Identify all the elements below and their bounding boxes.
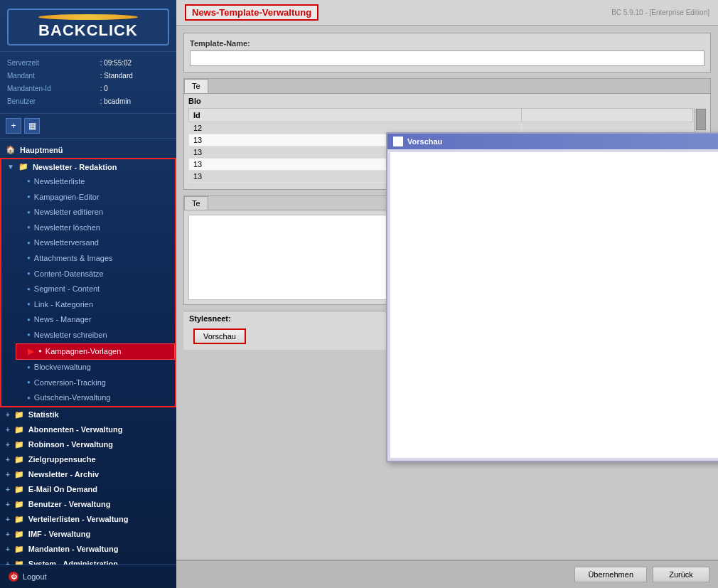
newsletter-section: ▼ 📁 Newsletter - Redaktion ● Newsletterl… <box>0 158 176 407</box>
nav-news-manager[interactable]: ● News - Manager <box>16 312 175 328</box>
nav-newsletterversand[interactable]: ● Newsletterversand <box>16 235 175 251</box>
bullet-icon: ● <box>27 316 31 325</box>
expand-icon: + <box>6 501 10 508</box>
expand-icon: + <box>6 515 10 523</box>
block-tab[interactable]: Te <box>184 79 208 93</box>
nav-segment-content[interactable]: ● Segment - Content <box>16 282 175 297</box>
nav-conversion-tracking[interactable]: ● Conversion-Tracking <box>16 375 175 391</box>
grid-icon-btn[interactable]: ▦ <box>24 118 40 134</box>
home-icon: 🏠 <box>6 145 16 154</box>
expand-icon: ▼ <box>7 163 14 171</box>
mandanten-id-label: Mandanten-Id <box>7 83 96 95</box>
bullet-icon: ● <box>27 193 31 202</box>
serverzeit-label: Serverzeit <box>7 58 96 69</box>
hauptmenu-item[interactable]: 🏠 Hauptmenü <box>0 141 176 158</box>
bullet-icon: ● <box>27 239 31 248</box>
nav-blockverwaltung[interactable]: ● Blockverwaltung <box>16 360 175 375</box>
template-name-section: Template-Name: <box>183 33 711 73</box>
expand-icon: + <box>6 486 10 493</box>
content-area: Template-Name: Te Blo Id <box>176 26 718 560</box>
logout-area: ⏻ Logout <box>0 565 176 588</box>
bullet-icon: ● <box>27 177 31 186</box>
folder-icon: 📁 <box>14 485 24 494</box>
expand-icon: + <box>6 530 10 538</box>
bullet-icon: ● <box>27 223 31 232</box>
logo-area: BACKCLICK <box>0 0 176 52</box>
newsletter-subnav: ● Newsletterliste ● Kampagnen-Editor ● N… <box>1 174 175 406</box>
bullet-icon: ● <box>27 269 31 279</box>
statistik-section[interactable]: + 📁 Statistik <box>0 407 176 422</box>
system-section[interactable]: + 📁 System - Administration <box>0 557 176 565</box>
expand-icon: + <box>6 545 10 553</box>
preview-modal: 🖼 Vorschau □ ✕ <box>386 132 718 462</box>
nav-kampagnen-editor[interactable]: ● Kampagnen-Editor <box>16 190 175 205</box>
template-tab[interactable]: Te <box>184 196 208 210</box>
nav-newsletter-editieren[interactable]: ● Newsletter editieren <box>16 205 175 220</box>
bullet-icon: ● <box>27 208 31 218</box>
nav-area: 🏠 Hauptmenü ▼ 📁 Newsletter - Redaktion ●… <box>0 139 176 565</box>
bullet-icon: ● <box>27 363 31 373</box>
page-title-box: News-Template-Verwaltung <box>185 4 318 21</box>
bullet-icon: ● <box>27 285 31 294</box>
bullet-icon: ● <box>27 394 31 403</box>
nav-link-kategorien[interactable]: ● Link - Kategorien <box>16 297 175 313</box>
nav-newsletterliste[interactable]: ● Newsletterliste <box>16 174 175 190</box>
newsletter-section-label: Newsletter - Redaktion <box>33 163 117 171</box>
robinson-section[interactable]: + 📁 Robinson - Verwaltung <box>0 437 176 452</box>
expand-icon: + <box>6 471 10 479</box>
folder-icon: 📁 <box>14 455 24 464</box>
add-icon-btn[interactable]: + <box>6 118 21 134</box>
benutzer-label: Benutzer <box>7 96 96 107</box>
nav-gutschein[interactable]: ● Gutschein-Verwaltung <box>16 390 175 406</box>
modal-titlebar: 🖼 Vorschau □ ✕ <box>387 134 718 149</box>
bullet-icon: ● <box>27 254 31 263</box>
expand-icon: + <box>6 441 10 449</box>
bullet-icon: ● <box>27 300 31 309</box>
footer-bar: Übernehmen Zurück <box>176 560 718 588</box>
folder-icon: 📁 <box>14 560 24 565</box>
col-empty <box>522 109 693 122</box>
server-info: Serverzeit : 09:55:02 Mandant : Standard… <box>0 52 176 114</box>
template-name-input[interactable] <box>190 50 704 66</box>
serverzeit-value: : 09:55:02 <box>97 58 169 69</box>
expand-icon: + <box>6 456 10 464</box>
vorschau-button[interactable]: Vorschau <box>193 328 246 344</box>
folder-icon: 📁 <box>14 500 24 509</box>
block-tab-bar: Te <box>184 79 710 94</box>
verteilerlisten-section[interactable]: + 📁 Verteilerlisten - Verwaltung <box>0 512 176 527</box>
folder-icon: 📁 <box>14 470 24 479</box>
benutzer-section[interactable]: + 📁 Benutzer - Verwaltung <box>0 497 176 512</box>
logo-box: BACKCLICK <box>7 9 169 46</box>
folder-icon: 📁 <box>14 425 24 434</box>
main-content: News-Template-Verwaltung BC 5.9.10 - [En… <box>176 0 718 588</box>
abonnenten-section[interactable]: + 📁 Abonnenten - Verwaltung <box>0 422 176 437</box>
modal-icon: 🖼 <box>393 137 403 146</box>
nav-kampagnen-vorlagen[interactable]: ▶ ● Kampagnen-Vorlagen <box>16 343 175 360</box>
logout-item[interactable]: ⏻ Logout <box>6 570 171 584</box>
col-id: Id <box>189 109 522 122</box>
nav-content-datensatze[interactable]: ● Content-Datensätze <box>16 267 175 282</box>
main-header: News-Template-Verwaltung BC 5.9.10 - [En… <box>176 0 718 26</box>
imf-section[interactable]: + 📁 IMF - Verwaltung <box>0 527 176 542</box>
logout-label: Logout <box>23 572 47 581</box>
folder-icon: 📁 <box>18 162 28 171</box>
folder-icon: 📁 <box>14 530 24 539</box>
toolbar-icons: + ▦ <box>0 114 176 139</box>
logo-text: BACKCLICK <box>38 21 138 40</box>
page-title: News-Template-Verwaltung <box>192 7 311 18</box>
zielgruppen-section[interactable]: + 📁 Zielgruppensuche <box>0 452 176 467</box>
modal-title: 🖼 Vorschau <box>393 137 442 146</box>
modal-body <box>390 152 718 458</box>
expand-icon: + <box>6 411 10 419</box>
email-demand-section[interactable]: + 📁 E-Mail On Demand <box>0 482 176 497</box>
folder-icon: 📁 <box>14 515 24 524</box>
nav-newsletter-loschen[interactable]: ● Newsletter löschen <box>16 220 175 236</box>
mandanten-section[interactable]: + 📁 Mandanten - Verwaltung <box>0 542 176 557</box>
ubernehmen-button[interactable]: Übernehmen <box>574 567 647 582</box>
archiv-section[interactable]: + 📁 Newsletter - Archiv <box>0 467 176 482</box>
nav-attachments[interactable]: ● Attachments & Images <box>16 251 175 267</box>
newsletter-section-header[interactable]: ▼ 📁 Newsletter - Redaktion <box>1 159 175 174</box>
zuruck-button[interactable]: Zurück <box>653 567 709 582</box>
nav-newsletter-schreiben[interactable]: ● Newsletter schreiben <box>16 328 175 343</box>
folder-icon: 📁 <box>14 410 24 419</box>
